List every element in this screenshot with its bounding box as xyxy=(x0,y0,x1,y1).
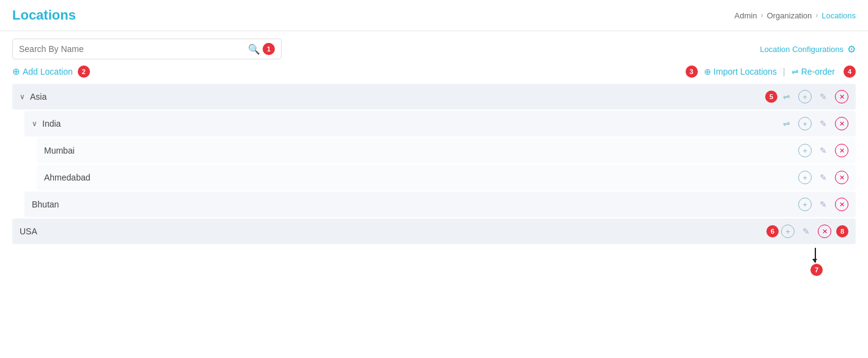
edit-icon-asia[interactable]: ✎ xyxy=(817,90,830,103)
location-label-usa: USA xyxy=(20,226,37,236)
reorder-icon-india[interactable]: ⇌ xyxy=(780,117,793,130)
breadcrumb: Admin › Organization › Locations xyxy=(735,11,856,20)
import-label: Import Locations xyxy=(714,67,777,76)
mumbai-actions: + ✎ ✕ xyxy=(798,144,848,157)
delete-icon-india[interactable]: ✕ xyxy=(835,117,848,130)
add-icon-india[interactable]: + xyxy=(798,117,812,130)
location-row-mumbai: Mumbai + ✎ ✕ xyxy=(37,138,856,163)
breadcrumb-admin: Admin xyxy=(735,11,757,20)
location-name-ahmedabad: Ahmedabad xyxy=(44,173,91,182)
delete-icon-usa[interactable]: ✕ xyxy=(818,225,831,238)
ahmedabad-actions: + ✎ ✕ xyxy=(798,171,848,184)
asia-actions: ⇌ + ✎ ✕ xyxy=(780,90,848,103)
add-icon-asia[interactable]: + xyxy=(798,90,812,103)
annotation-7-group: 7 xyxy=(808,248,823,276)
actions-row: ⊕ Add Location 2 3 ⊕ Import Locations | … xyxy=(0,63,868,84)
search-input[interactable] xyxy=(19,44,248,54)
delete-icon-ahmedabad[interactable]: ✕ xyxy=(835,171,848,184)
divider: | xyxy=(783,67,785,76)
page-title: Locations xyxy=(12,7,76,23)
add-icon-mumbai[interactable]: + xyxy=(798,144,812,157)
import-locations-button[interactable]: ⊕ Import Locations xyxy=(704,67,777,76)
search-icon: 🔍 xyxy=(248,43,260,55)
annotation-4: 4 xyxy=(844,65,856,78)
annotation-8: 8 xyxy=(836,225,848,237)
edit-icon-ahmedabad[interactable]: ✎ xyxy=(817,171,830,184)
india-actions: ⇌ + ✎ ✕ xyxy=(780,117,848,130)
edit-icon-mumbai[interactable]: ✎ xyxy=(817,144,830,157)
annotation-3: 3 xyxy=(686,65,698,78)
location-config-label: Location Configurations xyxy=(760,45,844,54)
location-row-bhutan: Bhutan + ✎ ✕ xyxy=(24,192,856,217)
location-label-asia: ∨ Asia xyxy=(20,92,47,102)
breadcrumb-sep1: › xyxy=(761,11,763,20)
location-name-usa: USA xyxy=(20,226,37,236)
location-row-asia: ∨ Asia 5 ⇌ + ✎ ✕ xyxy=(12,84,856,110)
top-bar: Locations Admin › Organization › Locatio… xyxy=(0,0,868,31)
chevron-icon-india[interactable]: ∨ xyxy=(32,119,37,128)
location-config-button[interactable]: Location Configurations ⚙ xyxy=(760,43,856,55)
add-icon-ahmedabad[interactable]: + xyxy=(798,171,812,184)
edit-icon-usa[interactable]: ✎ xyxy=(799,225,813,238)
add-icon-usa[interactable]: + xyxy=(781,225,795,238)
chevron-icon-asia[interactable]: ∨ xyxy=(20,92,25,101)
reorder-label: Re-order xyxy=(801,67,835,76)
location-label-india: ∨ India xyxy=(32,119,61,129)
bhutan-actions: + ✎ ✕ xyxy=(798,198,848,211)
location-name-asia: Asia xyxy=(30,92,47,102)
edit-icon-bhutan[interactable]: ✎ xyxy=(817,198,830,211)
annotation-2: 2 xyxy=(78,65,90,78)
location-label-mumbai: Mumbai xyxy=(44,146,75,155)
annotation-1: 1 xyxy=(263,43,275,55)
location-row-ahmedabad: Ahmedabad + ✎ ✕ xyxy=(37,165,856,190)
gear-icon: ⚙ xyxy=(847,43,856,55)
location-row-india: ∨ India ⇌ + ✎ ✕ xyxy=(24,111,856,136)
location-label-ahmedabad: Ahmedabad xyxy=(44,173,91,182)
location-label-bhutan: Bhutan xyxy=(32,200,59,209)
breadcrumb-sep2: › xyxy=(815,11,818,20)
delete-icon-asia[interactable]: ✕ xyxy=(835,90,848,103)
annotation-5: 5 xyxy=(765,91,777,103)
toolbar-row: 🔍 1 Location Configurations ⚙ xyxy=(0,31,868,63)
delete-icon-mumbai[interactable]: ✕ xyxy=(835,144,848,157)
breadcrumb-organization: Organization xyxy=(767,11,812,20)
location-row-usa: USA 6 + ✎ ✕ 8 xyxy=(12,218,856,244)
add-location-label: Add Location xyxy=(23,67,73,76)
reorder-button[interactable]: ⇌ Re-order xyxy=(791,67,835,76)
import-icon: ⊕ xyxy=(704,67,711,76)
add-location-button[interactable]: ⊕ Add Location xyxy=(12,66,73,77)
breadcrumb-current: Locations xyxy=(821,11,856,20)
reorder-icon-asia[interactable]: ⇌ xyxy=(780,90,793,103)
annotation-6: 6 xyxy=(766,225,779,237)
edit-icon-india[interactable]: ✎ xyxy=(817,117,830,130)
import-reorder-group: 3 ⊕ Import Locations | ⇌ Re-order 4 xyxy=(683,65,856,78)
locations-list: ∨ Asia 5 ⇌ + ✎ ✕ ∨ India ⇌ + ✎ ✕ Mumbai xyxy=(0,84,868,276)
location-name-india: India xyxy=(42,119,61,129)
add-icon-bhutan[interactable]: + xyxy=(798,198,812,211)
location-name-bhutan: Bhutan xyxy=(32,200,59,209)
annotation-7-row: 7 xyxy=(12,245,856,276)
delete-icon-bhutan[interactable]: ✕ xyxy=(835,198,848,211)
usa-actions: + ✎ ✕ xyxy=(781,225,831,238)
annotation-7-arrow xyxy=(815,248,816,263)
reorder-icon: ⇌ xyxy=(791,67,799,76)
annotation-7: 7 xyxy=(810,264,823,276)
plus-circle-icon: ⊕ xyxy=(12,66,20,77)
location-name-mumbai: Mumbai xyxy=(44,146,75,155)
search-box: 🔍 1 xyxy=(12,39,282,59)
